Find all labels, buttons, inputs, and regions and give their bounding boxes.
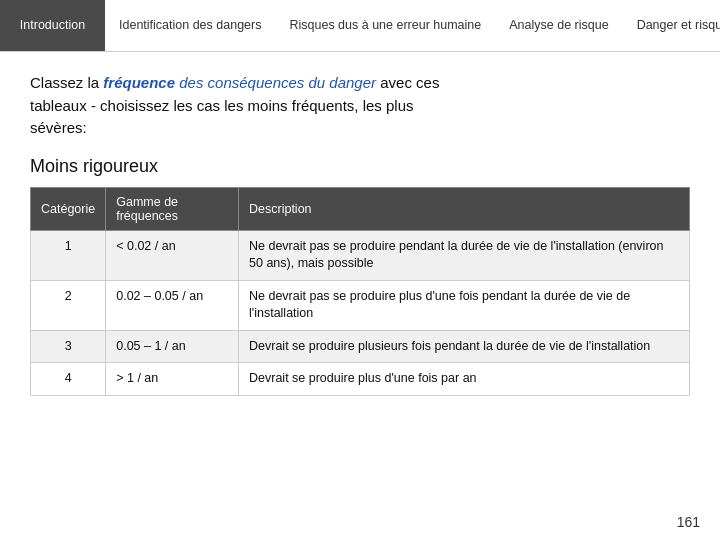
top-navigation: Introduction Identification des dangers …	[0, 0, 720, 52]
page-number: 161	[677, 514, 700, 530]
col-header-gamme: Gamme de fréquences	[106, 187, 239, 230]
cell-description: Ne devrait pas se produire pendant la du…	[239, 230, 690, 280]
cell-range: < 0.02 / an	[106, 230, 239, 280]
nav-label-identification: Identification des dangers	[119, 17, 261, 33]
nav-item-introduction[interactable]: Introduction	[0, 0, 105, 51]
intro-line3: sévères:	[30, 119, 87, 136]
table-row: 1< 0.02 / anNe devrait pas se produire p…	[31, 230, 690, 280]
cell-description: Ne devrait pas se produire plus d'une fo…	[239, 280, 690, 330]
nav-label-introduction: Introduction	[20, 17, 85, 33]
table-row: 30.05 – 1 / anDevrait se produire plusie…	[31, 330, 690, 363]
intro-after: avec ces	[376, 74, 439, 91]
intro-paragraph: Classez la fréquence des conséquences du…	[30, 72, 690, 140]
cell-description: Devrait se produire plusieurs fois penda…	[239, 330, 690, 363]
intro-line2: tableaux - choisissez les cas les moins …	[30, 97, 414, 114]
cell-range: 0.02 – 0.05 / an	[106, 280, 239, 330]
intro-text-before: Classez la	[30, 74, 103, 91]
col-header-categorie: Catégorie	[31, 187, 106, 230]
table-row: 20.02 – 0.05 / anNe devrait pas se produ…	[31, 280, 690, 330]
table-row: 4> 1 / anDevrait se produire plus d'une …	[31, 363, 690, 396]
nav-item-identification[interactable]: Identification des dangers	[105, 0, 275, 51]
cell-category: 2	[31, 280, 106, 330]
main-content: Classez la fréquence des conséquences du…	[0, 52, 720, 406]
section-title: Moins rigoureux	[30, 156, 690, 177]
cell-range: 0.05 – 1 / an	[106, 330, 239, 363]
nav-item-risques[interactable]: Risques dus à une erreur humaine	[275, 0, 495, 51]
cell-range: > 1 / an	[106, 363, 239, 396]
intro-frequence: fréquence	[103, 74, 175, 91]
intro-danger: des conséquences du danger	[179, 74, 376, 91]
cell-category: 1	[31, 230, 106, 280]
nav-item-analyse[interactable]: Analyse de risque	[495, 0, 622, 51]
frequency-table: Catégorie Gamme de fréquences Descriptio…	[30, 187, 690, 396]
col-header-description: Description	[239, 187, 690, 230]
cell-description: Devrait se produire plus d'une fois par …	[239, 363, 690, 396]
nav-item-danger[interactable]: Danger et risque - Études de cas	[623, 0, 720, 51]
cell-category: 3	[31, 330, 106, 363]
table-header-row: Catégorie Gamme de fréquences Descriptio…	[31, 187, 690, 230]
nav-label-danger: Danger et risque - Études de cas	[637, 17, 720, 33]
cell-category: 4	[31, 363, 106, 396]
nav-label-analyse: Analyse de risque	[509, 17, 608, 33]
nav-label-risques: Risques dus à une erreur humaine	[289, 17, 481, 33]
